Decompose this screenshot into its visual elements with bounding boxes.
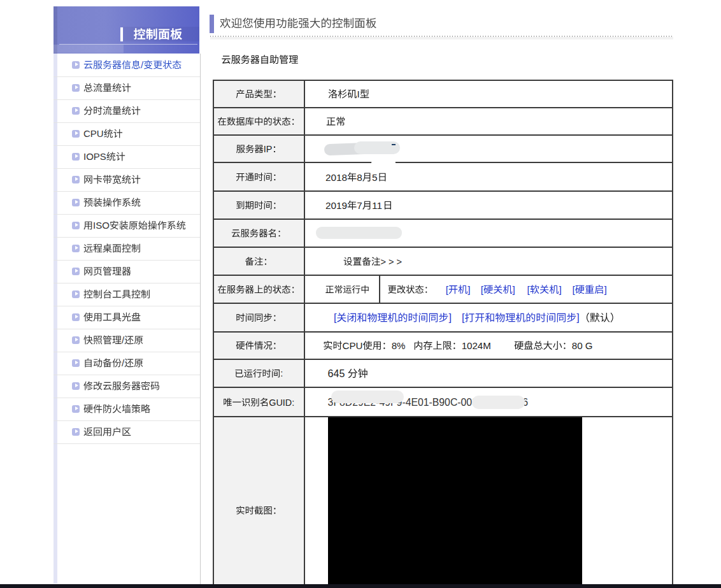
- svg-text:5: 5: [372, 172, 378, 183]
- svg-text:1024M: 1024M: [462, 340, 491, 351]
- svg-text:[: [: [481, 284, 484, 295]
- svg-text:IP: IP: [264, 144, 273, 154]
- svg-text:]: ]: [513, 284, 515, 295]
- svg-text:]: ]: [559, 284, 561, 295]
- svg-text:]: ]: [468, 284, 470, 295]
- svg-text:8: 8: [357, 172, 362, 183]
- svg-text:[: [: [446, 284, 449, 295]
- svg-text:[: [: [527, 284, 531, 295]
- svg-text:80 G: 80 G: [572, 340, 593, 351]
- svg-text:[: [: [573, 284, 576, 295]
- svg-text:ISO: ISO: [93, 220, 110, 231]
- svg-text:CPU: CPU: [343, 340, 363, 351]
- svg-text:8%: 8%: [392, 340, 406, 351]
- svg-text:/: /: [122, 334, 125, 345]
- svg-text:IOPS: IOPS: [83, 151, 106, 162]
- svg-text:> > >: > > >: [380, 257, 402, 267]
- svg-text:[: [: [462, 312, 465, 323]
- svg-text:645: 645: [328, 368, 345, 379]
- svg-text:7: 7: [357, 200, 362, 211]
- svg-text:GUID:: GUID:: [269, 398, 294, 408]
- svg-text:[: [: [334, 312, 337, 323]
- svg-text::: :: [280, 368, 283, 378]
- svg-text:I: I: [357, 89, 360, 99]
- svg-text:2018: 2018: [325, 172, 347, 183]
- svg-text:]: ]: [576, 312, 579, 323]
- svg-text:CPU: CPU: [83, 128, 104, 139]
- svg-text:2019: 2019: [325, 200, 347, 211]
- svg-text:/: /: [122, 357, 125, 368]
- svg-text:]: ]: [448, 312, 451, 323]
- svg-text:/: /: [141, 59, 144, 70]
- svg-text:11: 11: [372, 200, 382, 211]
- svg-text:]: ]: [604, 284, 606, 295]
